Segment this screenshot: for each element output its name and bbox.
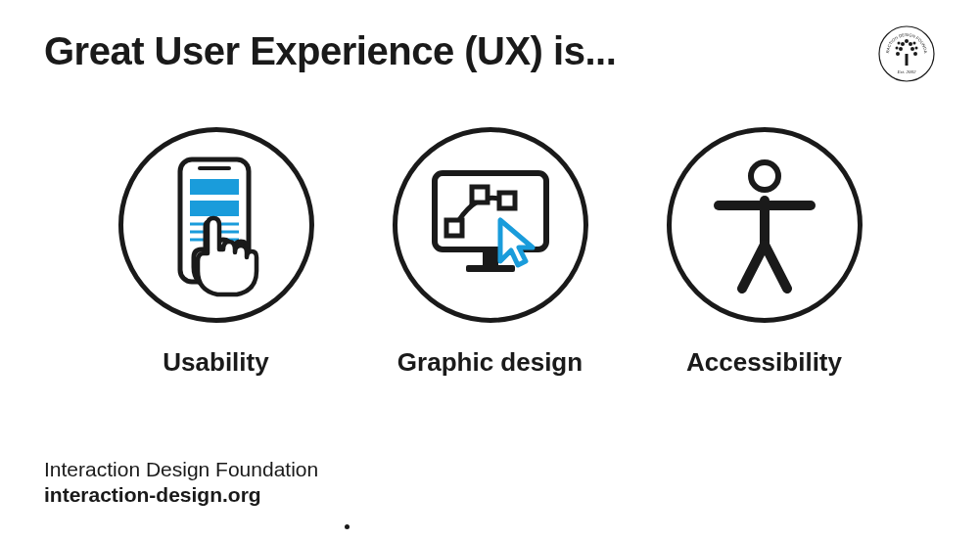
circle-accessibility xyxy=(667,127,863,323)
svg-rect-2 xyxy=(906,54,909,66)
svg-point-10 xyxy=(896,47,899,50)
page-title: Great User Experience (UX) is... xyxy=(44,29,616,73)
pagination-dot xyxy=(345,524,350,529)
svg-text:INTERACTION DESIGN FOUNDATION: INTERACTION DESIGN FOUNDATION xyxy=(877,24,928,54)
svg-text:Est. 2002: Est. 2002 xyxy=(897,69,916,74)
cards-row: Usability Graphic design xyxy=(0,127,980,378)
svg-rect-25 xyxy=(446,220,462,236)
card-label-graphic-design: Graphic design xyxy=(397,347,583,378)
card-accessibility: Accessibility xyxy=(667,127,863,378)
circle-graphic-design xyxy=(393,127,588,323)
idf-logo: INTERACTION DESIGN FOUNDATION Est. 2002 xyxy=(877,24,936,83)
svg-rect-23 xyxy=(483,249,498,265)
svg-rect-27 xyxy=(499,193,515,208)
svg-point-7 xyxy=(905,39,909,43)
svg-point-5 xyxy=(901,42,905,46)
svg-point-4 xyxy=(910,47,914,51)
svg-point-11 xyxy=(915,47,918,50)
phone-touch-icon xyxy=(153,152,280,298)
svg-rect-26 xyxy=(472,187,488,203)
card-label-accessibility: Accessibility xyxy=(686,347,842,378)
svg-point-8 xyxy=(896,52,900,56)
circle-usability xyxy=(118,127,314,323)
card-usability: Usability xyxy=(118,127,314,378)
svg-rect-17 xyxy=(190,179,239,195)
svg-point-13 xyxy=(913,42,916,45)
svg-point-3 xyxy=(899,47,903,51)
svg-point-28 xyxy=(751,162,778,190)
svg-point-9 xyxy=(913,52,917,56)
card-label-usability: Usability xyxy=(163,347,268,378)
svg-point-6 xyxy=(909,42,912,46)
svg-point-12 xyxy=(898,42,901,45)
card-graphic-design: Graphic design xyxy=(393,127,588,378)
person-icon xyxy=(701,152,828,298)
svg-rect-18 xyxy=(190,201,239,216)
footer: Interaction Design Foundation interactio… xyxy=(44,458,318,507)
footer-url: interaction-design.org xyxy=(44,483,318,507)
svg-rect-24 xyxy=(466,265,515,272)
monitor-cursor-icon xyxy=(417,152,564,298)
footer-org-name: Interaction Design Foundation xyxy=(44,458,318,481)
